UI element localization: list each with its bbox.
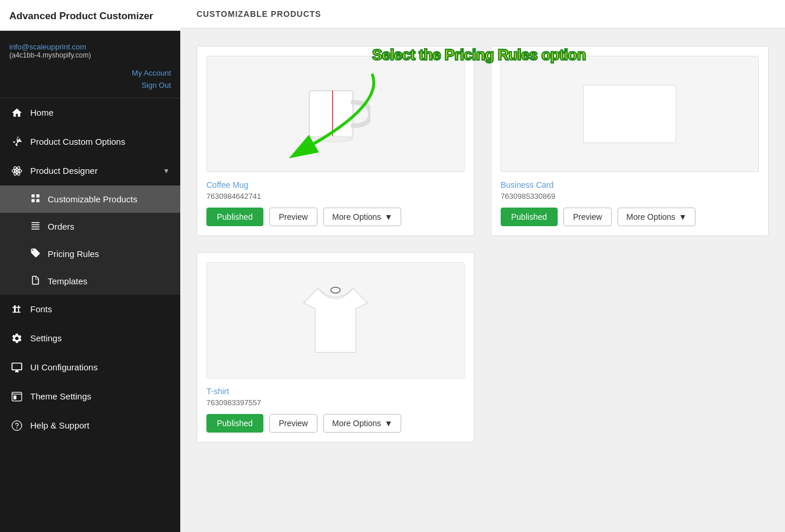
sidebar-item-pricing-rules-label: Pricing Rules <box>48 249 99 259</box>
business-card-placeholder <box>583 85 676 143</box>
sidebar-header: Advanced Product Customizer <box>0 0 180 31</box>
svg-rect-8 <box>12 392 22 401</box>
svg-point-16 <box>309 136 353 142</box>
home-icon <box>10 106 23 119</box>
svg-rect-5 <box>31 224 40 226</box>
main-header: CUSTOMIZABLE PRODUCTS <box>180 0 785 28</box>
more-options-button-tshirt[interactable]: More Options ▼ <box>323 414 401 433</box>
product-info-business-card: Business Card 7630985330869 <box>501 180 759 201</box>
tools-icon <box>10 135 23 148</box>
sidebar-item-customizable-products-label: Customizable Products <box>48 194 137 204</box>
sidebar-item-help-support[interactable]: Help & Support <box>0 411 180 440</box>
sidebar-item-home-label: Home <box>30 108 170 117</box>
product-buttons-coffee-mug: Published Preview More Options ▼ <box>206 208 465 226</box>
preview-button-coffee-mug[interactable]: Preview <box>269 208 318 226</box>
sidebar-item-ui-configurations[interactable]: UI Configurations <box>0 353 180 382</box>
tag-icon <box>30 248 41 260</box>
product-card-coffee-mug: Coffee Mug 7630984642741 Published Previ… <box>197 46 474 236</box>
published-button-business-card[interactable]: Published <box>501 208 558 226</box>
sidebar-item-help-support-label: Help & Support <box>30 420 170 430</box>
sidebar-item-product-designer-label: Product Designer <box>30 166 156 176</box>
preview-button-tshirt[interactable]: Preview <box>269 414 318 433</box>
sidebar-item-settings[interactable]: Settings <box>0 324 180 353</box>
font-icon <box>10 303 23 316</box>
main-body: Select the Pricing Rules option <box>180 28 785 532</box>
product-image-business-card <box>501 56 759 172</box>
sidebar-item-product-custom-options-label: Product Custom Options <box>30 137 170 147</box>
product-sku-tshirt: 7630983397557 <box>206 398 465 407</box>
chevron-down-icon: ▼ <box>384 212 392 222</box>
product-info-coffee-mug: Coffee Mug 7630984642741 <box>206 180 465 201</box>
svg-point-12 <box>16 427 17 429</box>
sidebar-item-fonts-label: Fonts <box>30 304 170 314</box>
sidebar-item-orders-label: Orders <box>48 222 74 231</box>
sidebar-item-home[interactable]: Home <box>0 98 180 127</box>
product-image-coffee-mug <box>206 56 465 172</box>
sidebar-item-settings-label: Settings <box>30 333 170 343</box>
product-buttons-tshirt: Published Preview More Options ▼ <box>206 414 465 433</box>
product-buttons-business-card: Published Preview More Options ▼ <box>501 208 759 226</box>
svg-rect-4 <box>31 222 40 223</box>
product-name-tshirt: T-shirt <box>206 387 465 396</box>
product-name-coffee-mug: Coffee Mug <box>206 180 465 190</box>
sidebar-nav: Home Product Custom Options Product Desi… <box>0 98 180 532</box>
sidebar-item-customizable-products[interactable]: Customizable Products <box>0 185 180 213</box>
sidebar-item-templates[interactable]: Templates <box>0 267 180 295</box>
sidebar-shop: (a4c1bb-4.myshopify.com) <box>9 51 171 59</box>
chevron-down-icon: ▼ <box>384 419 392 428</box>
main-content-area: CUSTOMIZABLE PRODUCTS Select the Pricing… <box>180 0 785 532</box>
sidebar-item-product-designer[interactable]: Product Designer ▼ <box>0 156 180 185</box>
more-options-button-business-card[interactable]: More Options ▼ <box>618 208 695 226</box>
sidebar-email[interactable]: info@scaleupprint.com <box>9 42 171 51</box>
published-button-coffee-mug[interactable]: Published <box>206 208 263 226</box>
mug-svg <box>301 76 370 152</box>
file-icon <box>30 275 41 287</box>
sidebar-account-info: info@scaleupprint.com (a4c1bb-4.myshopif… <box>0 38 180 64</box>
product-sku-coffee-mug: 7630984642741 <box>206 192 465 201</box>
svg-point-0 <box>16 170 18 172</box>
monitor-icon <box>10 361 23 374</box>
svg-rect-7 <box>31 228 40 230</box>
sidebar-account-links: My Account Sign Out <box>0 64 180 98</box>
product-info-tshirt: T-shirt 7630983397557 <box>206 387 465 407</box>
product-image-tshirt <box>206 262 465 379</box>
product-card-business-card: Business Card 7630985330869 Published Pr… <box>491 46 769 236</box>
settings-icon <box>10 332 23 345</box>
page-title: CUSTOMIZABLE PRODUCTS <box>197 9 769 19</box>
help-icon <box>10 419 23 432</box>
sidebar-title: Advanced Product Customizer <box>9 10 171 22</box>
my-account-link[interactable]: My Account <box>9 67 171 80</box>
preview-button-business-card[interactable]: Preview <box>563 208 612 226</box>
svg-rect-14 <box>309 91 353 137</box>
sidebar-item-ui-configurations-label: UI Configurations <box>30 362 170 372</box>
products-grid: Coffee Mug 7630984642741 Published Previ… <box>197 46 769 442</box>
theme-icon <box>10 390 23 403</box>
svg-rect-10 <box>13 395 16 399</box>
sidebar-item-pricing-rules[interactable]: Pricing Rules <box>0 240 180 267</box>
sidebar-item-orders[interactable]: Orders <box>0 213 180 240</box>
sidebar-item-theme-settings[interactable]: Theme Settings <box>0 382 180 411</box>
svg-rect-6 <box>31 226 40 227</box>
chevron-down-icon: ▼ <box>679 212 687 222</box>
product-sku-business-card: 7630985330869 <box>501 192 759 201</box>
svg-point-17 <box>331 287 340 293</box>
sidebar-item-fonts[interactable]: Fonts <box>0 295 180 324</box>
product-name-business-card: Business Card <box>501 180 759 190</box>
sidebar-item-product-custom-options[interactable]: Product Custom Options <box>0 127 180 156</box>
more-options-button-coffee-mug[interactable]: More Options ▼ <box>323 208 401 226</box>
sidebar-item-templates-label: Templates <box>48 276 87 286</box>
sidebar-item-theme-settings-label: Theme Settings <box>30 391 170 401</box>
sidebar: Advanced Product Customizer info@scaleup… <box>0 0 180 532</box>
published-button-tshirt[interactable]: Published <box>206 414 263 433</box>
product-card-tshirt: T-shirt 7630983397557 Published Preview … <box>197 252 474 442</box>
list-icon <box>30 220 41 233</box>
grid-icon <box>30 193 41 205</box>
atom-icon <box>10 165 23 177</box>
tshirt-svg <box>298 277 373 364</box>
sign-out-link[interactable]: Sign Out <box>9 80 171 92</box>
svg-point-11 <box>12 421 22 431</box>
chevron-down-icon: ▼ <box>163 167 170 175</box>
